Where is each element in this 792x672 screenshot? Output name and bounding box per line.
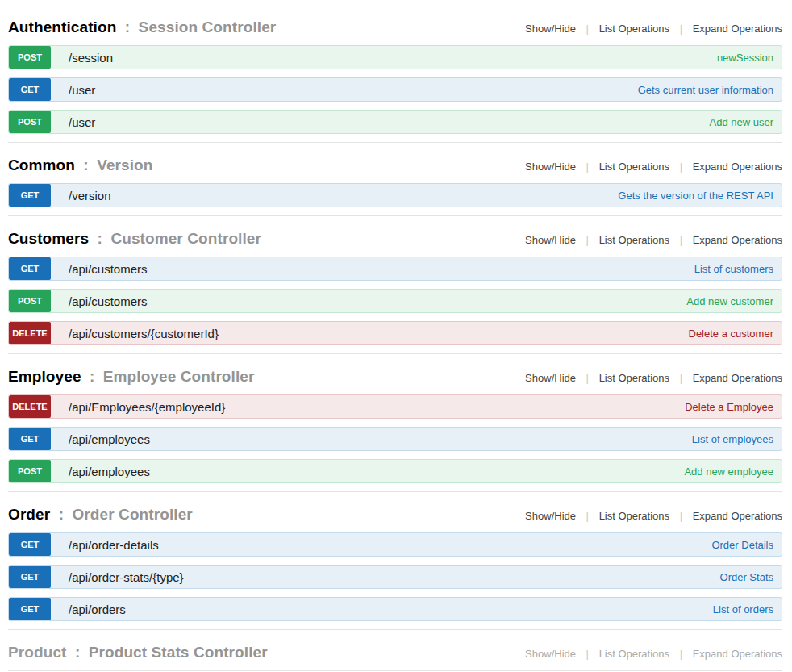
section-title-separator: : bbox=[125, 19, 130, 35]
link-separator: | bbox=[586, 648, 589, 660]
operations-list: GET /api/order-details Order Details GET… bbox=[8, 532, 782, 621]
operation-path-link[interactable]: /session bbox=[69, 51, 113, 65]
section-controller-link[interactable]: Session Controller bbox=[139, 19, 277, 35]
operation-summary-link[interactable]: Order Stats bbox=[720, 571, 782, 583]
section-controller-link[interactable]: Customer Controller bbox=[110, 230, 261, 247]
operation-row[interactable]: DELETE /api/Employees/{employeeId} Delet… bbox=[8, 394, 782, 419]
operation-path-link[interactable]: /api/order-details bbox=[69, 538, 159, 552]
operation-row[interactable]: GET /api/orders List of orders bbox=[8, 597, 782, 621]
http-method-badge[interactable]: GET bbox=[9, 566, 51, 588]
operation-summary-link[interactable]: Delete a customer bbox=[689, 328, 782, 340]
operation-summary-link[interactable]: Gets current user information bbox=[638, 84, 782, 96]
section-controller-link[interactable]: Order Controller bbox=[72, 506, 192, 523]
section-actions: Show/Hide | List Operations | Expand Ope… bbox=[525, 372, 782, 384]
expand-operations-link[interactable]: Expand Operations bbox=[693, 510, 782, 522]
list-operations-link[interactable]: List Operations bbox=[599, 161, 669, 173]
http-method-badge[interactable]: GET bbox=[9, 598, 51, 620]
show-hide-link[interactable]: Show/Hide bbox=[525, 372, 576, 384]
link-separator: | bbox=[586, 234, 589, 246]
show-hide-link[interactable]: Show/Hide bbox=[525, 510, 576, 522]
operations-list: GET /api/customers List of customers POS… bbox=[8, 257, 782, 345]
section-tag-link[interactable]: Common bbox=[8, 157, 75, 173]
operation-row[interactable]: GET /version Gets the version of the RES… bbox=[8, 183, 782, 207]
api-section: Product : Product Stats Controller Show/… bbox=[8, 630, 782, 671]
section-controller-link[interactable]: Employee Controller bbox=[103, 368, 255, 385]
section-title: Authentication : Session Controller bbox=[8, 19, 276, 36]
http-method-badge[interactable]: POST bbox=[9, 290, 51, 312]
section-actions: Show/Hide | List Operations | Expand Ope… bbox=[525, 161, 782, 173]
operation-row[interactable]: POST /session newSession bbox=[8, 45, 782, 69]
operation-row[interactable]: GET /api/order-details Order Details bbox=[8, 532, 782, 557]
http-method-badge[interactable]: GET bbox=[9, 78, 51, 101]
section-controller-link[interactable]: Product Stats Controller bbox=[89, 644, 268, 661]
operation-summary-link[interactable]: List of customers bbox=[694, 263, 782, 275]
section-tag-link[interactable]: Order bbox=[8, 506, 50, 523]
operation-path-link[interactable]: /api/customers/{customerId} bbox=[69, 327, 219, 340]
operation-row[interactable]: GET /api/customers List of customers bbox=[8, 257, 782, 281]
http-method-badge[interactable]: DELETE bbox=[9, 322, 51, 344]
operation-row[interactable]: POST /api/customers Add new customer bbox=[8, 289, 782, 313]
operation-row[interactable]: GET /user Gets current user information bbox=[8, 77, 782, 102]
operation-path-link[interactable]: /api/customers bbox=[69, 262, 148, 276]
section-tag-link[interactable]: Employee bbox=[8, 368, 81, 385]
operation-path-link[interactable]: /api/employees bbox=[69, 432, 150, 446]
operation-summary-link[interactable]: List of orders bbox=[713, 603, 782, 616]
operation-path-link[interactable]: /api/employees bbox=[69, 465, 150, 478]
section-actions: Show/Hide | List Operations | Expand Ope… bbox=[525, 648, 782, 660]
operation-path-link[interactable]: /api/orders bbox=[69, 603, 126, 616]
section-title: Product : Product Stats Controller bbox=[8, 644, 268, 662]
list-operations-link[interactable]: List Operations bbox=[599, 510, 669, 522]
operation-path-link[interactable]: /api/order-stats/{type} bbox=[69, 570, 184, 584]
section-tag-link[interactable]: Authentication bbox=[8, 19, 116, 35]
show-hide-link[interactable]: Show/Hide bbox=[525, 161, 576, 173]
api-section: Customers : Customer Controller Show/Hid… bbox=[8, 216, 782, 354]
section-tag-link[interactable]: Product bbox=[8, 644, 66, 661]
http-method-badge[interactable]: POST bbox=[9, 460, 51, 482]
expand-operations-link[interactable]: Expand Operations bbox=[693, 161, 782, 173]
http-method-badge[interactable]: GET bbox=[9, 533, 51, 556]
section-controller-link[interactable]: Version bbox=[97, 157, 152, 173]
operation-row[interactable]: POST /user Add new user bbox=[8, 110, 782, 134]
http-method-badge[interactable]: GET bbox=[9, 184, 51, 207]
link-separator: | bbox=[680, 510, 682, 522]
section-header: Employee : Employee Controller Show/Hide… bbox=[8, 354, 782, 394]
show-hide-link[interactable]: Show/Hide bbox=[525, 234, 576, 246]
list-operations-link[interactable]: List Operations bbox=[599, 23, 669, 35]
operation-path-link[interactable]: /version bbox=[69, 189, 111, 202]
operation-summary-link[interactable]: Add new customer bbox=[686, 295, 782, 307]
operation-row[interactable]: POST /api/employees Add new employee bbox=[8, 459, 782, 483]
list-operations-link[interactable]: List Operations bbox=[599, 234, 669, 246]
operation-summary-link[interactable]: List of employees bbox=[692, 433, 782, 445]
section-title-separator: : bbox=[75, 644, 80, 661]
section-actions: Show/Hide | List Operations | Expand Ope… bbox=[525, 510, 782, 522]
http-method-badge[interactable]: POST bbox=[9, 46, 51, 69]
operation-summary-link[interactable]: newSession bbox=[717, 52, 782, 64]
operation-path-link[interactable]: /api/customers bbox=[69, 294, 148, 308]
operation-row[interactable]: GET /api/employees List of employees bbox=[8, 427, 782, 451]
link-separator: | bbox=[680, 23, 682, 35]
list-operations-link[interactable]: List Operations bbox=[599, 372, 669, 384]
operation-path-link[interactable]: /user bbox=[69, 115, 95, 129]
operation-summary-link[interactable]: Order Details bbox=[711, 539, 782, 551]
show-hide-link[interactable]: Show/Hide bbox=[525, 648, 576, 660]
operation-path-link[interactable]: /api/Employees/{employeeId} bbox=[69, 400, 225, 414]
operation-summary-link[interactable]: Add new user bbox=[710, 116, 782, 128]
section-header: Authentication : Session Controller Show… bbox=[8, 5, 782, 45]
operation-row[interactable]: DELETE /api/customers/{customerId} Delet… bbox=[8, 321, 782, 345]
http-method-badge[interactable]: GET bbox=[9, 257, 51, 280]
expand-operations-link[interactable]: Expand Operations bbox=[693, 234, 782, 246]
http-method-badge[interactable]: POST bbox=[9, 111, 51, 133]
http-method-badge[interactable]: DELETE bbox=[9, 395, 51, 418]
operation-summary-link[interactable]: Gets the version of the REST API bbox=[618, 190, 782, 202]
show-hide-link[interactable]: Show/Hide bbox=[525, 23, 576, 35]
expand-operations-link[interactable]: Expand Operations bbox=[693, 23, 782, 35]
operation-summary-link[interactable]: Delete a Employee bbox=[685, 401, 782, 413]
operation-path-link[interactable]: /user bbox=[69, 83, 95, 97]
expand-operations-link[interactable]: Expand Operations bbox=[693, 372, 782, 384]
expand-operations-link[interactable]: Expand Operations bbox=[693, 648, 782, 660]
operation-summary-link[interactable]: Add new employee bbox=[684, 465, 782, 478]
operation-row[interactable]: GET /api/order-stats/{type} Order Stats bbox=[8, 565, 782, 589]
http-method-badge[interactable]: GET bbox=[9, 428, 51, 450]
list-operations-link[interactable]: List Operations bbox=[599, 648, 669, 660]
section-tag-link[interactable]: Customers bbox=[8, 230, 89, 247]
